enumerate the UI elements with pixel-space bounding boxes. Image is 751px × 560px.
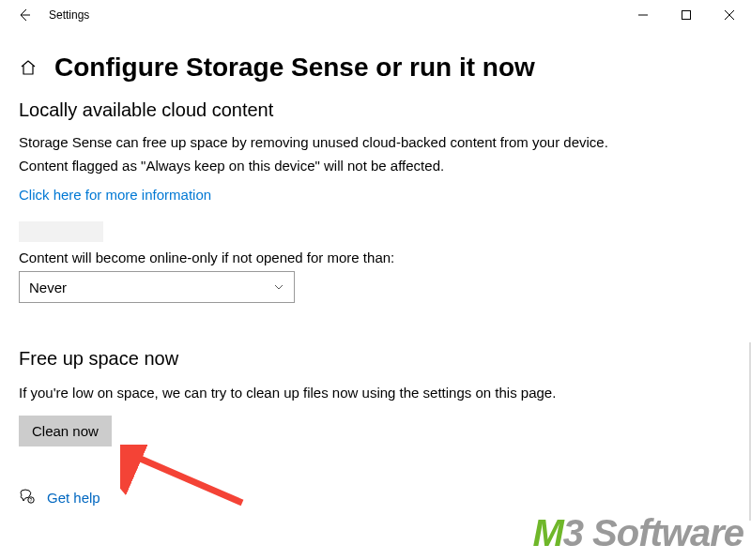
online-only-select[interactable]: Never <box>19 271 295 303</box>
back-button[interactable] <box>11 8 38 23</box>
cloud-content-section: Locally available cloud content Storage … <box>19 99 732 303</box>
maximize-icon <box>682 10 691 20</box>
home-button[interactable] <box>19 58 38 77</box>
home-icon <box>19 58 38 77</box>
watermark: M3 Software <box>532 512 743 554</box>
redacted-block <box>19 221 103 242</box>
cloud-desc-1: Storage Sense can free up space by remov… <box>19 134 732 150</box>
get-help-link[interactable]: Get help <box>47 490 100 506</box>
maximize-button[interactable] <box>665 0 708 30</box>
chevron-down-icon <box>273 280 284 295</box>
free-space-heading: Free up space now <box>19 348 732 370</box>
content-area: Configure Storage Sense or run it now Lo… <box>0 30 751 507</box>
select-value: Never <box>29 280 67 295</box>
cloud-desc-2: Content flagged as "Always keep on this … <box>19 158 732 174</box>
free-space-desc: If you're low on space, we can try to cl… <box>19 385 732 401</box>
minimize-icon <box>638 10 648 20</box>
help-icon: ? <box>19 488 36 507</box>
cloud-section-heading: Locally available cloud content <box>19 99 732 121</box>
online-only-label: Content will become online-only if not o… <box>19 250 732 265</box>
svg-rect-2 <box>682 11 691 20</box>
close-button[interactable] <box>708 0 751 30</box>
titlebar: Settings <box>0 0 751 30</box>
clean-now-button[interactable]: Clean now <box>19 416 112 446</box>
window-controls <box>621 0 751 30</box>
more-info-link[interactable]: Click here for more information <box>19 187 211 203</box>
app-title: Settings <box>38 8 89 22</box>
page-header: Configure Storage Sense or run it now <box>19 53 732 83</box>
free-space-section: Free up space now If you're low on space… <box>19 348 732 446</box>
close-icon <box>725 10 734 20</box>
page-title: Configure Storage Sense or run it now <box>54 53 535 83</box>
help-row: ? Get help <box>19 488 732 507</box>
svg-text:?: ? <box>30 497 33 503</box>
back-arrow-icon <box>17 8 32 23</box>
minimize-button[interactable] <box>621 0 665 30</box>
